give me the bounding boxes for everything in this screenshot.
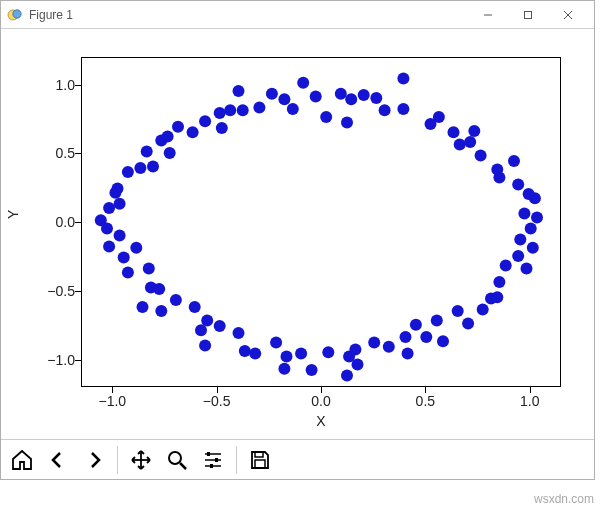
data-point — [527, 242, 539, 254]
data-point — [122, 166, 134, 178]
data-point — [199, 115, 211, 127]
data-point — [341, 117, 353, 129]
maximize-button[interactable] — [508, 2, 548, 28]
zoom-button[interactable] — [160, 443, 194, 477]
data-point — [529, 192, 541, 204]
data-point — [525, 223, 537, 235]
svg-line-9 — [180, 463, 186, 469]
data-point — [397, 103, 409, 115]
save-button[interactable] — [243, 443, 277, 477]
data-point — [170, 294, 182, 306]
data-point — [249, 348, 261, 360]
svg-point-1 — [13, 9, 21, 17]
data-point — [214, 320, 226, 332]
data-point — [425, 118, 437, 130]
svg-rect-15 — [210, 464, 213, 468]
data-point — [109, 187, 121, 199]
minimize-button[interactable] — [468, 2, 508, 28]
home-button[interactable] — [5, 443, 39, 477]
toolbar-separator — [117, 446, 118, 474]
data-point — [239, 345, 251, 357]
x-tick-label: −0.5 — [203, 393, 231, 409]
y-tick-label: −1.0 — [15, 352, 75, 368]
data-point — [278, 93, 290, 105]
data-point — [400, 331, 412, 343]
data-point — [508, 155, 520, 167]
y-tick-label: −0.5 — [15, 283, 75, 299]
data-point — [420, 331, 432, 343]
svg-rect-14 — [215, 458, 218, 462]
x-tick-label: 0.5 — [416, 393, 435, 409]
data-point — [278, 363, 290, 375]
y-axis-label: Y — [5, 210, 21, 219]
figure-canvas[interactable]: −1.0−0.50.00.51.0 −1.0−0.50.00.51.0 Y X — [1, 29, 594, 439]
data-point — [114, 198, 126, 210]
toolbar-separator — [236, 446, 237, 474]
configure-button[interactable] — [196, 443, 230, 477]
x-tick-label: 0.0 — [311, 393, 330, 409]
data-point — [103, 240, 115, 252]
data-point — [368, 337, 380, 349]
data-point — [216, 122, 228, 134]
data-point — [122, 267, 134, 279]
data-point — [253, 102, 265, 114]
data-point — [452, 305, 464, 317]
x-tick-label: 1.0 — [520, 393, 539, 409]
data-point — [295, 348, 307, 360]
nav-toolbar — [1, 439, 594, 479]
data-point — [141, 146, 153, 158]
data-point — [379, 104, 391, 116]
plot-area — [81, 57, 561, 387]
data-point — [512, 179, 524, 191]
data-point — [297, 77, 309, 89]
close-button[interactable] — [548, 2, 588, 28]
svg-rect-3 — [525, 11, 532, 18]
data-point — [531, 212, 543, 224]
data-point — [349, 344, 361, 356]
data-point — [118, 251, 130, 263]
back-button[interactable] — [41, 443, 75, 477]
x-axis-label: X — [81, 413, 561, 429]
data-point — [233, 85, 245, 97]
data-point — [164, 147, 176, 159]
forward-button[interactable] — [77, 443, 111, 477]
y-tick-label: 0.5 — [15, 145, 75, 161]
data-point — [95, 214, 107, 226]
x-tick-label: −1.0 — [98, 393, 126, 409]
data-point — [514, 234, 526, 246]
data-point — [153, 283, 165, 295]
data-point — [512, 250, 524, 262]
y-tick-label: 0.0 — [15, 214, 75, 230]
data-point — [491, 291, 503, 303]
data-point — [454, 139, 466, 151]
data-point — [233, 327, 245, 339]
data-point — [410, 319, 422, 331]
app-icon — [7, 7, 23, 23]
data-point — [464, 136, 476, 148]
data-point — [475, 150, 487, 162]
data-point — [155, 305, 167, 317]
data-point — [341, 370, 353, 382]
data-point — [491, 163, 503, 175]
data-point — [187, 126, 199, 138]
svg-rect-17 — [255, 460, 265, 468]
data-point — [358, 89, 370, 101]
window-controls — [468, 2, 588, 28]
pan-button[interactable] — [124, 443, 158, 477]
y-axis-ticks: −1.0−0.50.00.51.0 — [1, 57, 75, 387]
data-point — [237, 104, 249, 116]
data-point — [437, 335, 449, 347]
data-point — [172, 121, 184, 133]
data-point — [462, 317, 474, 329]
data-point — [162, 130, 174, 142]
data-point — [352, 359, 364, 371]
data-point — [402, 348, 414, 360]
data-point — [214, 107, 226, 119]
data-point — [370, 92, 382, 104]
data-point — [431, 315, 443, 327]
window-title: Figure 1 — [29, 8, 462, 22]
data-point — [114, 229, 126, 241]
data-point — [500, 260, 512, 272]
data-point — [266, 88, 278, 100]
data-point — [397, 73, 409, 85]
